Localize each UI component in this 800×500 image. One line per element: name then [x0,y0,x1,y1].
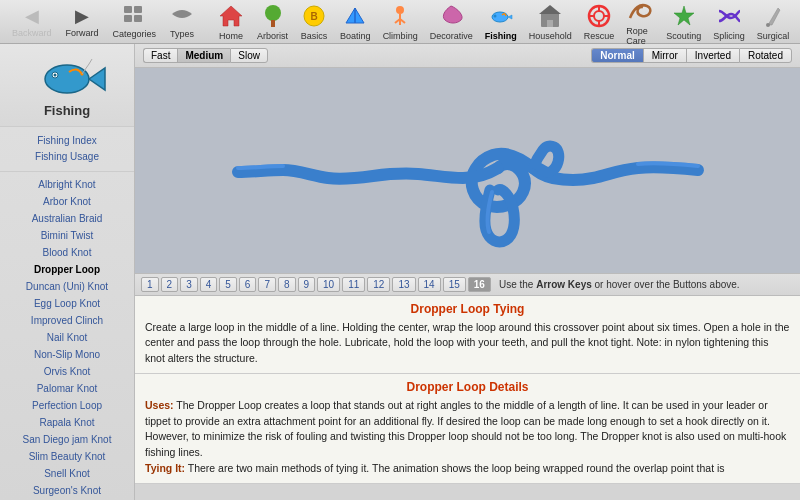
surgical-icon [759,2,787,30]
page-num-12[interactable]: 12 [367,277,390,292]
fishing-icon-btn[interactable]: Fishing [480,0,522,43]
speed-controls: FastMediumSlow [143,48,268,63]
page-num-13[interactable]: 13 [392,277,415,292]
page-num-3[interactable]: 3 [180,277,198,292]
home-label: Home [219,31,243,41]
svg-point-26 [766,23,770,27]
arborist-icon-btn[interactable]: Arborist [252,0,293,43]
page-num-15[interactable]: 15 [443,277,466,292]
categories-button[interactable]: Categories [107,3,163,41]
animation-frame [135,68,800,273]
view-rotated-button[interactable]: Rotated [739,48,792,63]
page-num-14[interactable]: 14 [418,277,441,292]
sidebar-fishing-usage[interactable]: Fishing Usage [4,149,130,165]
sidebar-fishing-index[interactable]: Fishing Index [4,133,130,149]
sidebar-knot-perfection-loop[interactable]: Perfection Loop [4,397,130,414]
view-mirror-button[interactable]: Mirror [643,48,686,63]
speed-fast-button[interactable]: Fast [143,48,177,63]
types-button[interactable]: Types [164,3,200,41]
sidebar-knot-non-slip-mono[interactable]: Non-Slip Mono [4,346,130,363]
svg-text:B: B [310,11,317,22]
tying-label: Tying It: [145,462,185,474]
rope-care-icon-btn[interactable]: Rope Care [621,0,659,48]
page-num-9[interactable]: 9 [298,277,316,292]
page-num-5[interactable]: 5 [219,277,237,292]
sidebar-knot-san-diego-jam-knot[interactable]: San Diego jam Knot [4,431,130,448]
page-num-8[interactable]: 8 [278,277,296,292]
sidebar-knot-orvis-knot[interactable]: Orvis Knot [4,363,130,380]
home-icon-btn[interactable]: Home [212,0,250,43]
climbing-icon-btn[interactable]: Climbing [378,0,423,43]
page-num-4[interactable]: 4 [200,277,218,292]
sidebar-knot-nail-knot[interactable]: Nail Knot [4,329,130,346]
fishing-icon [487,2,515,30]
toolbar: ◀ Backward ▶ Forward Categories Types Ho… [0,0,800,44]
page-num-1[interactable]: 1 [141,277,159,292]
sidebar-knot-rapala-knot[interactable]: Rapala Knot [4,414,130,431]
svg-marker-25 [674,6,694,25]
scouting-label: Scouting [666,31,701,41]
view-inverted-button[interactable]: Inverted [686,48,739,63]
backward-label: Backward [12,28,52,38]
sidebar-header: Fishing [0,44,134,127]
sidebar-knot-palomar-knot[interactable]: Palomar Knot [4,380,130,397]
splicing-icon [715,2,743,30]
sidebar-knot-arbor-knot[interactable]: Arbor Knot [4,193,130,210]
svg-marker-4 [220,6,242,26]
rescue-icon-btn[interactable]: Rescue [579,0,620,43]
fishing-category-icon [37,54,97,99]
basics-icon-btn[interactable]: B Basics [295,0,333,43]
speed-medium-button[interactable]: Medium [177,48,230,63]
page-num-2[interactable]: 2 [161,277,179,292]
sidebar-title: Fishing [44,103,90,118]
basics-icon: B [300,2,328,30]
rescue-label: Rescue [584,31,615,41]
svg-point-5 [265,5,281,21]
backward-button[interactable]: ◀ Backward [6,3,58,40]
household-icon [536,2,564,30]
sidebar-nav-section: Fishing Index Fishing Usage [0,127,134,172]
sidebar-knot-slim-beauty-knot[interactable]: Slim Beauty Knot [4,448,130,465]
tying-panel: Dropper Loop Tying Create a large loop i… [135,296,800,374]
sidebar-knot-egg-loop-knot[interactable]: Egg Loop Knot [4,295,130,312]
svg-point-20 [594,11,604,21]
page-hint: Use the Arrow Keys or hover over the But… [499,279,740,290]
sidebar-knot-bimini-twist[interactable]: Bimini Twist [4,227,130,244]
scouting-icon-btn[interactable]: Scouting [661,0,706,43]
boating-label: Boating [340,31,371,41]
surgical-icon-btn[interactable]: Surgical [752,0,795,43]
decorative-icon-btn[interactable]: Decorative [425,0,478,43]
forward-button[interactable]: ▶ Forward [60,3,105,40]
various-icon-btn[interactable]: Various [796,0,800,43]
page-num-16[interactable]: 16 [468,277,491,292]
tying-panel-title: Dropper Loop Tying [145,302,790,316]
sidebar-knot-list: Albright KnotArbor KnotAustralian BraidB… [0,172,134,500]
svg-line-32 [89,59,92,64]
svg-point-29 [54,74,57,77]
page-num-7[interactable]: 7 [258,277,276,292]
sidebar-knot-albright-knot[interactable]: Albright Knot [4,176,130,193]
sidebar: Fishing Fishing Index Fishing Usage Albr… [0,44,135,500]
page-num-11[interactable]: 11 [342,277,365,292]
sidebar-knot-blood-knot[interactable]: Blood Knot [4,244,130,261]
sidebar-knot-surgeon's-knot[interactable]: Surgeon's Knot [4,482,130,499]
view-normal-button[interactable]: Normal [591,48,642,63]
sidebar-knot-duncan-(uni)-knot[interactable]: Duncan (Uni) Knot [4,278,130,295]
svg-point-10 [396,6,404,14]
types-icon [171,5,193,28]
sidebar-knot-dropper-loop[interactable]: Dropper Loop [4,261,130,278]
boating-icon-btn[interactable]: Boating [335,0,376,43]
rope-care-icon [626,0,654,25]
scouting-icon [670,2,698,30]
page-num-6[interactable]: 6 [239,277,257,292]
nav-buttons: ◀ Backward ▶ Forward Categories Types [6,3,200,41]
speed-slow-button[interactable]: Slow [230,48,268,63]
page-num-10[interactable]: 10 [317,277,340,292]
sidebar-knot-improved-clinch[interactable]: Improved Clinch [4,312,130,329]
sidebar-knot-australian-braid[interactable]: Australian Braid [4,210,130,227]
sidebar-knot-snell-knot[interactable]: Snell Knot [4,465,130,482]
tying-panel-body: Create a large loop in the middle of a l… [145,320,790,367]
splicing-icon-btn[interactable]: Splicing [708,0,750,43]
svg-rect-1 [134,6,142,13]
household-icon-btn[interactable]: Household [524,0,577,43]
